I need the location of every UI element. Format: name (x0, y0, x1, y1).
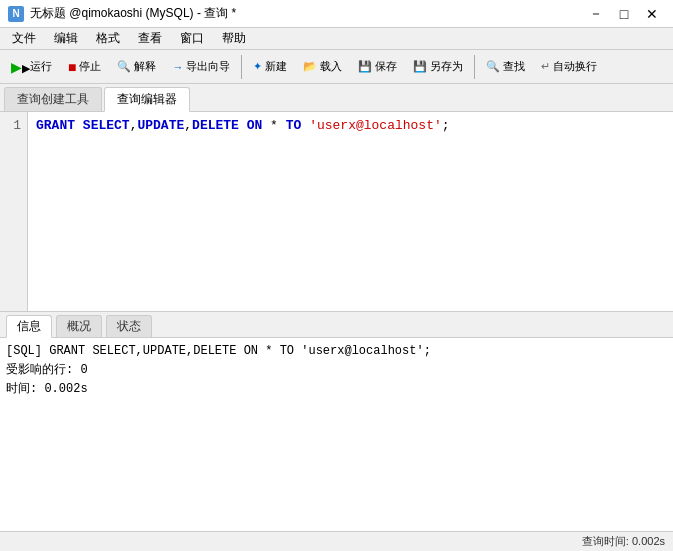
menu-help[interactable]: 帮助 (214, 29, 254, 48)
export-label: 导出向导 (186, 59, 230, 74)
result-tab-overview[interactable]: 概况 (56, 315, 102, 337)
load-label: 载入 (320, 59, 342, 74)
query-time-label: 查询时间: 0.002s (582, 534, 665, 549)
new-icon: ✦ (253, 60, 262, 73)
sql-line-1: GRANT SELECT,UPDATE,DELETE ON * TO 'user… (36, 116, 665, 136)
stop-label: 停止 (79, 59, 101, 74)
find-icon: 🔍 (486, 60, 500, 73)
saveas-label: 另存为 (430, 59, 463, 74)
sql-select: SELECT (83, 118, 130, 133)
run-button[interactable]: ▶ 运行 (4, 53, 59, 81)
new-button[interactable]: ✦ 新建 (246, 53, 294, 81)
line-numbers: 1 (0, 112, 28, 311)
stop-icon: ■ (68, 59, 76, 75)
autowrap-button[interactable]: ↵ 自动换行 (534, 53, 604, 81)
autowrap-icon: ↵ (541, 60, 550, 73)
tab-query-builder[interactable]: 查询创建工具 (4, 87, 102, 111)
sql-on: ON * (247, 118, 286, 133)
autowrap-label: 自动换行 (553, 59, 597, 74)
separator-2 (474, 55, 475, 79)
result-line-2: 受影响的行: 0 (6, 361, 667, 380)
menu-edit[interactable]: 编辑 (46, 29, 86, 48)
menu-bar: 文件 编辑 格式 查看 窗口 帮助 (0, 28, 673, 50)
explain-icon: 🔍 (117, 60, 131, 73)
export-button[interactable]: → 导出向导 (165, 53, 237, 81)
result-line-1: [SQL] GRANT SELECT,UPDATE,DELETE ON * TO… (6, 342, 667, 361)
separator-1 (241, 55, 242, 79)
app-icon: N (8, 6, 24, 22)
window-controls: － □ ✕ (583, 4, 665, 24)
keyword-grant: GRANT (36, 118, 75, 133)
toolbar: ▶ 运行 ■ 停止 🔍 解释 → 导出向导 ✦ 新建 📂 载入 💾 保存 � (0, 50, 673, 84)
result-content[interactable]: [SQL] GRANT SELECT,UPDATE,DELETE ON * TO… (0, 338, 673, 531)
save-icon: 💾 (358, 60, 372, 73)
saveas-icon: 💾 (413, 60, 427, 73)
title-bar: N 无标题 @qimokaoshi (MySQL) - 查询 * － □ ✕ (0, 0, 673, 28)
window-title: 无标题 @qimokaoshi (MySQL) - 查询 * (30, 5, 236, 22)
menu-view[interactable]: 查看 (130, 29, 170, 48)
sql-to: TO (286, 118, 302, 133)
find-label: 查找 (503, 59, 525, 74)
explain-label: 解释 (134, 59, 156, 74)
find-button[interactable]: 🔍 查找 (479, 53, 532, 81)
menu-file[interactable]: 文件 (4, 29, 44, 48)
menu-window[interactable]: 窗口 (172, 29, 212, 48)
title-bar-left: N 无标题 @qimokaoshi (MySQL) - 查询 * (8, 5, 236, 22)
status-bar: 查询时间: 0.002s (0, 531, 673, 551)
new-label: 新建 (265, 59, 287, 74)
result-tab-info[interactable]: 信息 (6, 315, 52, 338)
menu-format[interactable]: 格式 (88, 29, 128, 48)
save-label: 保存 (375, 59, 397, 74)
editor-tabs-bar: 查询创建工具 查询编辑器 (0, 84, 673, 112)
main-window: N 无标题 @qimokaoshi (MySQL) - 查询 * － □ ✕ 文… (0, 0, 673, 551)
stop-button[interactable]: ■ 停止 (61, 53, 108, 81)
maximize-button[interactable]: □ (611, 4, 637, 24)
run-label: 运行 (30, 59, 52, 74)
result-tab-status[interactable]: 状态 (106, 315, 152, 337)
tab-query-editor[interactable]: 查询编辑器 (104, 87, 190, 112)
minimize-button[interactable]: － (583, 4, 609, 24)
close-button[interactable]: ✕ (639, 4, 665, 24)
explain-button[interactable]: 🔍 解释 (110, 53, 163, 81)
result-tabs-bar: 信息 概况 状态 (0, 312, 673, 338)
load-icon: 📂 (303, 60, 317, 73)
export-icon: → (172, 61, 183, 73)
save-button[interactable]: 💾 保存 (351, 53, 404, 81)
result-line-3: 时间: 0.002s (6, 380, 667, 399)
result-panel: 信息 概况 状态 [SQL] GRANT SELECT,UPDATE,DELET… (0, 312, 673, 531)
line-number-1: 1 (6, 116, 21, 136)
saveas-button[interactable]: 💾 另存为 (406, 53, 470, 81)
sql-user: 'userx@localhost' (309, 118, 442, 133)
editor-content[interactable]: GRANT SELECT,UPDATE,DELETE ON * TO 'user… (28, 112, 673, 311)
editor-area: 1 GRANT SELECT,UPDATE,DELETE ON * TO 'us… (0, 112, 673, 312)
run-icon: ▶ (11, 59, 27, 75)
load-button[interactable]: 📂 载入 (296, 53, 349, 81)
